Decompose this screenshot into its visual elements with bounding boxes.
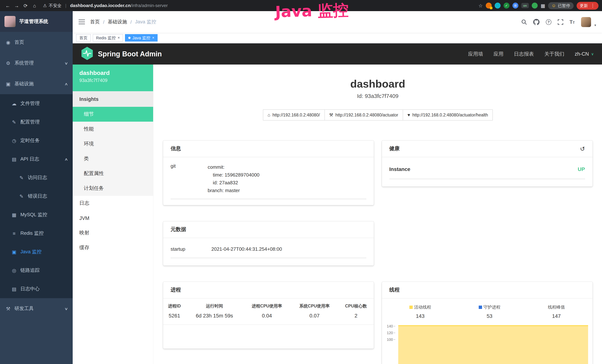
sba-item-classes[interactable]: 类	[73, 151, 153, 166]
browser-home-button[interactable]: ⌂	[30, 1, 39, 10]
browser-menu-icon[interactable]: ⋮	[591, 3, 595, 8]
legend-peak-threads: 线程峰值 147	[548, 304, 565, 319]
threads-card: 线程 活动线程 143 守护进程 53	[382, 282, 592, 364]
toolbox-icon: ⚒	[5, 306, 11, 311]
browser-back-button[interactable]: ←	[4, 1, 12, 10]
card-body-continuation	[163, 325, 374, 349]
browser-forward-button[interactable]: →	[13, 1, 21, 10]
column-header: 进程CPU使用率	[243, 299, 291, 311]
sba-item-mappings[interactable]: 映射	[73, 225, 153, 240]
help-icon[interactable]: ?	[546, 19, 551, 25]
legend-swatch-yellow	[409, 306, 412, 309]
instance-id-subtitle: Id: 93a3fc7f7409	[163, 93, 592, 99]
layers-icon: ≡	[11, 230, 17, 236]
app-logo[interactable]: 芋道管理系统	[0, 11, 73, 32]
sba-item-details[interactable]: 细节	[73, 107, 153, 122]
browser-reload-button[interactable]: ⟳	[22, 1, 30, 10]
sba-item-scheduled-tasks[interactable]: 计划任务	[73, 181, 153, 196]
font-size-icon[interactable]: TT	[570, 19, 575, 24]
font-size-small-glyph: T	[573, 21, 575, 24]
cpu-cores-value: 2	[338, 311, 374, 325]
sba-item-caches[interactable]: 缓存	[73, 240, 153, 255]
instance-links: ⌂ http://192.168.0.2:48080/ ⚒ http://192…	[163, 109, 592, 120]
sba-logo-icon	[81, 46, 93, 62]
sba-nav-applications[interactable]: 应用	[494, 51, 504, 57]
dashboard-icon: ◉	[5, 40, 11, 45]
sidebar-item-dev-tools[interactable]: ⚒ 研发工具 ∨	[0, 298, 73, 319]
sba-nav-about[interactable]: 关于我们	[544, 51, 564, 57]
status-badge: UP	[578, 166, 585, 172]
extension-on-badge[interactable]: on	[521, 3, 529, 8]
sba-nav-journal[interactable]: 日志报表	[514, 51, 534, 57]
history-icon[interactable]: ↺	[580, 145, 585, 152]
sidebar-item-infra[interactable]: ▣ 基础设施 ∧	[0, 74, 73, 94]
breadcrumb-infra[interactable]: 基础设施	[108, 19, 127, 25]
legend-live-threads: 活动线程 143	[409, 304, 431, 319]
search-icon[interactable]	[521, 19, 527, 25]
url-text[interactable]: dashboard.yudao.iocoder.cn/infra/admin-s…	[70, 3, 168, 8]
sidebar-item-mysql-monitor[interactable]: ▦ MySQL 监控	[0, 205, 73, 224]
tags-view-bar: 首页 Redis 监控 × Java 监控 ×	[73, 33, 602, 43]
github-icon[interactable]	[533, 19, 539, 25]
breadcrumb-home[interactable]: 首页	[90, 19, 100, 25]
startup-row: startup 2021-04-27T00:44:31.254+08:00	[171, 238, 366, 258]
sba-instance-header[interactable]: dashboard 93a3fc7f7409	[73, 64, 153, 91]
extension-icon-2[interactable]	[495, 3, 501, 9]
sba-item-jvm[interactable]: JVM	[73, 211, 153, 225]
bookmark-star-icon[interactable]: ☆	[479, 3, 483, 8]
sidebar-item-api-log[interactable]: ▤ API 日志 ∧	[0, 150, 73, 168]
close-icon[interactable]: ×	[118, 36, 120, 40]
pid-value: 5261	[163, 311, 186, 325]
sidebar-item-error-log[interactable]: ✎ 错误日志	[0, 187, 73, 205]
extension-icon-1[interactable]	[486, 3, 492, 9]
actuator-url-button[interactable]: ⚒ http://192.168.0.2:48080/actuator	[324, 109, 403, 120]
actuator-url: http://192.168.0.2:48080/actuator	[335, 113, 398, 117]
health-url-button[interactable]: ♥ http://192.168.0.2:48080/actuator/heal…	[403, 109, 493, 120]
sidebar-item-label: 基础设施	[14, 80, 34, 87]
address-bar[interactable]: ⚠ 不安全 | dashboard.yudao.iocoder.cn/infra…	[43, 3, 478, 8]
sidebar-item-java-monitor[interactable]: ▣ Java 监控	[0, 243, 73, 261]
extension-icon-5[interactable]	[532, 3, 538, 9]
sba-item-environment[interactable]: 环境	[73, 137, 153, 151]
locale-selector[interactable]: zh-CN ∨	[575, 51, 594, 57]
sidebar-item-log-center[interactable]: ▤ 日志中心	[0, 280, 73, 298]
sidebar-item-system[interactable]: ⚙ 系统管理 ∨	[0, 53, 73, 74]
extension-icon-4[interactable]: ⊞	[512, 3, 518, 9]
sba-item-logs[interactable]: 日志	[73, 196, 153, 211]
sidebar-item-label: 链路追踪	[20, 267, 40, 274]
sidebar-item-tracing[interactable]: ◎ 链路追踪	[0, 261, 73, 280]
url-path: /infra/admin-server	[131, 3, 168, 8]
legend-value: 143	[409, 313, 431, 319]
sba-brand-title: Spring Boot Admin	[98, 50, 162, 58]
close-icon[interactable]: ×	[152, 36, 154, 40]
sidebar-item-label: 错误日志	[28, 193, 47, 200]
sba-nav-wallboard[interactable]: 应用墙	[468, 51, 483, 57]
service-url-button[interactable]: ⌂ http://192.168.0.2:48080/	[263, 109, 325, 120]
sidebar-item-home[interactable]: ◉ 首页	[0, 32, 73, 53]
sidebar-toggle-icon[interactable]	[79, 19, 85, 24]
topbar-actions: ? TT ▾	[521, 17, 596, 27]
sba-sidebar-group-insights[interactable]: Insights	[73, 91, 153, 107]
sba-item-metrics[interactable]: 性能	[73, 122, 153, 137]
sidebar-item-label: Redis 监控	[20, 230, 44, 237]
metadata-card: 元数据 startup 2021-04-27T00:44:31.254+08:0…	[163, 221, 374, 266]
sba-item-config-props[interactable]: 配置属性	[73, 166, 153, 181]
tab-java-monitor[interactable]: Java 监控 ×	[125, 34, 158, 42]
tab-redis-monitor[interactable]: Redis 监控 ×	[93, 34, 123, 42]
sidebar-item-file-manage[interactable]: ☁ 文件管理	[0, 94, 73, 113]
security-label[interactable]: 不安全	[49, 3, 62, 8]
document-icon: ▤	[11, 156, 17, 162]
user-avatar[interactable]	[581, 17, 591, 27]
sidebar-item-access-log[interactable]: ✎ 访问日志	[0, 168, 73, 187]
sidebar-item-scheduled-jobs[interactable]: ◷ 定时任务	[0, 131, 73, 150]
tab-home[interactable]: 首页	[76, 34, 91, 42]
sidebar-item-config-manage[interactable]: ✎ 配置管理	[0, 113, 73, 131]
git-info-row: git commit: time: 1596289704000 id: 27aa…	[171, 157, 366, 199]
sidebar-item-redis-monitor[interactable]: ≡ Redis 监控	[0, 224, 73, 243]
extensions-puzzle-icon[interactable]: ▦	[541, 3, 545, 8]
instance-health-row[interactable]: Instance UP	[389, 157, 585, 179]
fullscreen-icon[interactable]	[558, 19, 563, 25]
extension-icon-3[interactable]: ✓	[504, 3, 509, 9]
chrome-update-button[interactable]: 更新 ⋮	[576, 2, 598, 10]
profile-paused-chip[interactable]: ☺ 已暂停	[548, 2, 573, 9]
